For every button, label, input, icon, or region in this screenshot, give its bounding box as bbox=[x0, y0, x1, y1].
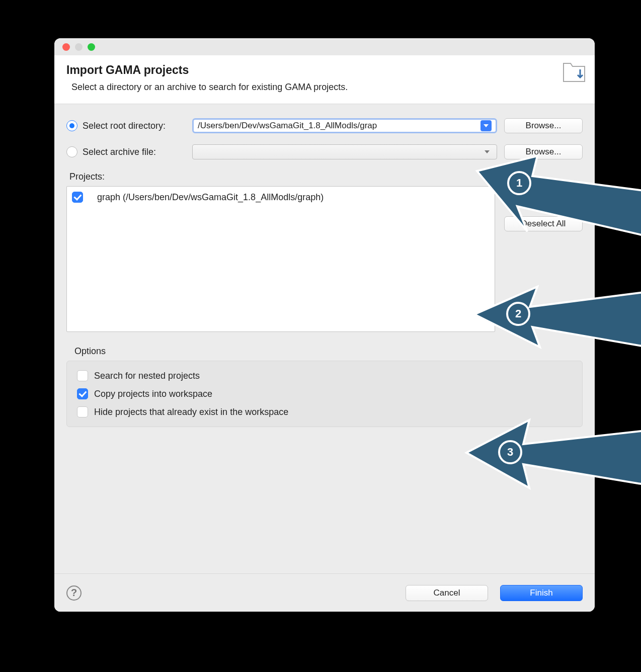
root-dir-input[interactable]: /Users/ben/Dev/wsGamaGit_1.8_AllModls/gr… bbox=[198, 121, 480, 131]
copy-option-label: Copy projects into workspace bbox=[94, 389, 212, 399]
selection-buttons: Select All Deselect All bbox=[504, 186, 583, 332]
nested-checkbox[interactable] bbox=[77, 370, 88, 381]
titlebar bbox=[54, 38, 595, 55]
project-checkbox[interactable] bbox=[72, 192, 83, 203]
archive-row: Select archive file: Browse... bbox=[66, 144, 583, 159]
dialog-description: Select a directory or an archive to sear… bbox=[66, 82, 583, 93]
projects-row: graph (/Users/ben/Dev/wsGamaGit_1.8_AllM… bbox=[66, 186, 583, 332]
project-item-label: graph (/Users/ben/Dev/wsGamaGit_1.8_AllM… bbox=[92, 192, 324, 203]
root-dir-row: Select root directory: /Users/ben/Dev/ws… bbox=[66, 118, 583, 133]
hide-option-row: Hide projects that already exist in the … bbox=[77, 406, 572, 417]
options-box: Search for nested projects Copy projects… bbox=[66, 361, 583, 427]
close-icon[interactable] bbox=[62, 43, 70, 51]
options-label: Options bbox=[74, 346, 583, 357]
browse-root-button[interactable]: Browse... bbox=[504, 118, 583, 133]
deselect-all-button[interactable]: Deselect All bbox=[504, 216, 583, 231]
import-icon bbox=[563, 62, 586, 82]
root-dir-combo[interactable]: /Users/ben/Dev/wsGamaGit_1.8_AllModls/gr… bbox=[192, 118, 497, 133]
root-dir-label: Select root directory: bbox=[83, 121, 192, 131]
hide-checkbox[interactable] bbox=[77, 406, 88, 417]
projects-label: Projects: bbox=[69, 172, 583, 182]
root-dir-radio[interactable] bbox=[66, 120, 77, 131]
dialog-body: Select root directory: /Users/ben/Dev/ws… bbox=[54, 104, 595, 432]
dialog-header: Import GAMA projects Select a directory … bbox=[54, 55, 595, 104]
maximize-icon[interactable] bbox=[88, 43, 95, 51]
archive-combo[interactable] bbox=[192, 144, 497, 159]
import-dialog: Import GAMA projects Select a directory … bbox=[54, 38, 595, 612]
list-item[interactable]: graph (/Users/ben/Dev/wsGamaGit_1.8_AllM… bbox=[72, 192, 490, 203]
finish-button[interactable]: Finish bbox=[500, 585, 583, 601]
archive-radio[interactable] bbox=[66, 146, 77, 157]
browse-archive-button[interactable]: Browse... bbox=[504, 144, 583, 159]
nested-option-row: Search for nested projects bbox=[77, 370, 572, 381]
archive-label: Select archive file: bbox=[83, 147, 192, 157]
nested-option-label: Search for nested projects bbox=[94, 371, 200, 381]
dialog-footer: ? Cancel Finish bbox=[54, 573, 595, 612]
dialog-title: Import GAMA projects bbox=[66, 63, 583, 77]
minimize-icon bbox=[75, 43, 83, 51]
chevron-down-icon[interactable] bbox=[482, 146, 493, 157]
chevron-down-icon[interactable] bbox=[480, 120, 492, 131]
help-icon[interactable]: ? bbox=[66, 585, 82, 601]
hide-option-label: Hide projects that already exist in the … bbox=[94, 407, 288, 417]
select-all-button[interactable]: Select All bbox=[504, 186, 583, 201]
copy-option-row: Copy projects into workspace bbox=[77, 388, 572, 399]
cancel-button[interactable]: Cancel bbox=[406, 585, 488, 601]
copy-checkbox[interactable] bbox=[77, 388, 88, 399]
projects-list[interactable]: graph (/Users/ben/Dev/wsGamaGit_1.8_AllM… bbox=[66, 186, 495, 332]
